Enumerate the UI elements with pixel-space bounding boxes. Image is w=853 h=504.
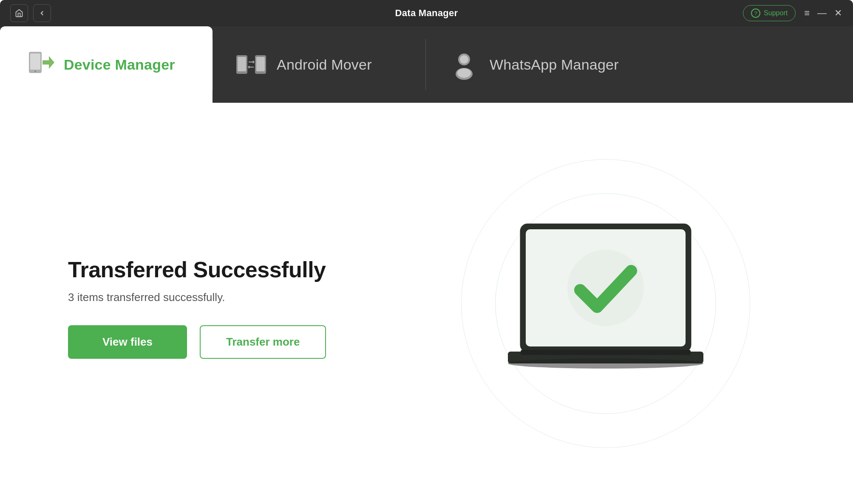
tab-android-mover[interactable]: Android Mover [213,26,425,103]
app-window: Data Manager ? Support ≡ — ✕ [0,0,853,504]
android-mover-icon [234,48,268,82]
title-bar-left [10,4,51,22]
transfer-more-button[interactable]: Transfer more [200,325,326,359]
svg-marker-8 [248,65,249,69]
tab-whatsapp-manager[interactable]: WhatsApp Manager [426,26,640,103]
content-left: Transferred Successfully 3 items transfe… [68,248,427,359]
view-files-button[interactable]: View files [68,325,187,359]
menu-button[interactable]: ≡ [803,8,810,19]
support-icon: ? [751,8,760,18]
minimize-button[interactable]: — [816,8,827,19]
nav-tabs: Device Manager Android Mover [0,26,853,103]
svg-rect-17 [521,350,691,355]
app-title: Data Manager [395,8,458,19]
device-manager-label: Device Manager [64,56,175,73]
svg-point-2 [34,70,36,72]
title-bar-right: ? Support ≡ — ✕ [743,5,843,21]
laptop-illustration [495,211,716,396]
home-button[interactable] [10,4,28,22]
success-subtitle: 3 items transferred successfully. [68,291,427,304]
action-buttons: View files Transfer more [68,325,427,359]
title-bar: Data Manager ? Support ≡ — ✕ [0,0,853,26]
whatsapp-manager-icon [447,48,481,82]
close-button[interactable]: ✕ [833,8,843,19]
svg-point-10 [460,55,468,64]
tab-device-manager[interactable]: Device Manager [0,26,213,103]
whatsapp-manager-label: WhatsApp Manager [490,56,619,73]
svg-point-18 [508,358,703,369]
android-mover-label: Android Mover [277,56,372,73]
success-title: Transferred Successfully [68,257,427,282]
device-manager-icon [21,48,55,82]
back-button[interactable] [33,4,51,22]
svg-rect-6 [256,57,265,71]
window-controls: ≡ — ✕ [803,8,843,19]
content-right [427,211,785,396]
laptop-svg [495,211,716,394]
support-button[interactable]: ? Support [743,5,796,21]
svg-point-12 [457,68,471,78]
svg-marker-7 [253,60,255,64]
svg-rect-4 [238,57,246,71]
main-content: Transferred Successfully 3 items transfe… [0,103,853,504]
svg-rect-1 [30,53,40,70]
